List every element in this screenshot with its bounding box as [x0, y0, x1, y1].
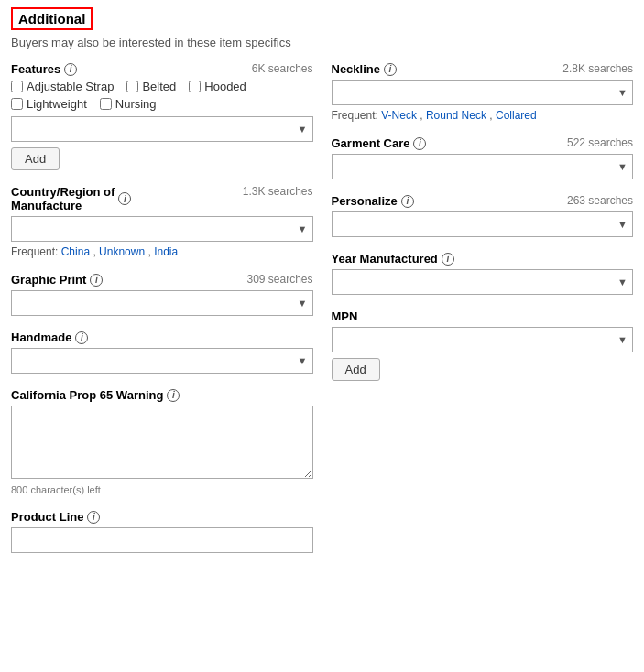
neckline-frequent-collared[interactable]: Collared: [496, 109, 537, 122]
graphic-print-field: Graphic Print i 309 searches ▼: [11, 273, 313, 316]
features-info-icon[interactable]: i: [64, 63, 77, 76]
ca-prop-textarea-wrapper: [11, 406, 313, 482]
country-frequent: Frequent: China , Unknown , India: [11, 245, 313, 258]
ca-prop-info-icon[interactable]: i: [167, 389, 180, 402]
ca-prop-label: California Prop 65 Warning: [11, 388, 163, 402]
graphic-print-info-icon[interactable]: i: [90, 274, 103, 287]
handmade-dropdown[interactable]: [11, 348, 313, 374]
ca-prop-char-count: 800 character(s) left: [11, 484, 313, 495]
neckline-search-count: 2.8K searches: [562, 62, 633, 75]
checkbox-nursing[interactable]: Nursing: [100, 97, 157, 111]
features-label: Features: [11, 62, 60, 76]
checkbox-belted[interactable]: Belted: [126, 80, 176, 93]
personalize-dropdown-wrapper: ▼: [332, 211, 634, 237]
personalize-info-icon[interactable]: i: [401, 195, 414, 208]
graphic-print-search-count: 309 searches: [246, 273, 312, 286]
features-add-button[interactable]: Add: [11, 147, 60, 170]
checkbox-nursing-input[interactable]: [100, 98, 112, 110]
year-manufactured-dropdown[interactable]: [332, 269, 634, 295]
ca-prop-field: California Prop 65 Warning i 800 charact…: [11, 388, 313, 495]
mpn-dropdown-wrapper: ▼: [332, 327, 634, 352]
year-manufactured-dropdown-wrapper: ▼: [332, 269, 634, 295]
neckline-dropdown[interactable]: [332, 80, 634, 105]
checkbox-lightweight-input[interactable]: [11, 98, 23, 110]
neckline-frequent: Frequent: V-Neck , Round Neck , Collared: [332, 109, 634, 122]
personalize-field: Personalize i 263 searches ▼: [332, 194, 634, 237]
country-label: Country/Region ofManufacture: [11, 185, 115, 212]
garment-care-search-count: 522 searches: [567, 136, 633, 149]
neckline-field: Neckline i 2.8K searches ▼ Frequent: V-N…: [332, 62, 634, 122]
neckline-frequent-vneck[interactable]: V-Neck: [381, 109, 417, 122]
checkbox-adjustable-strap-input[interactable]: [11, 81, 23, 92]
checkbox-hooded-input[interactable]: [189, 81, 201, 92]
country-frequent-unknown[interactable]: Unknown: [99, 245, 145, 258]
checkbox-lightweight[interactable]: Lightweight: [11, 97, 87, 111]
neckline-label: Neckline: [332, 62, 380, 76]
neckline-dropdown-wrapper: ▼: [332, 80, 634, 105]
checkbox-hooded[interactable]: Hooded: [189, 80, 246, 93]
mpn-field: MPN ▼ Add: [332, 309, 634, 381]
garment-care-info-icon[interactable]: i: [413, 137, 426, 150]
country-dropdown[interactable]: [11, 216, 313, 242]
garment-care-dropdown-wrapper: ▼: [332, 154, 634, 179]
personalize-label: Personalize: [332, 194, 398, 208]
country-frequent-india[interactable]: India: [154, 245, 178, 258]
year-manufactured-info-icon[interactable]: i: [442, 253, 454, 266]
neckline-info-icon[interactable]: i: [384, 63, 397, 76]
country-frequent-china[interactable]: China: [61, 245, 90, 258]
country-info-icon[interactable]: i: [118, 192, 131, 205]
year-manufactured-field: Year Manufactured i ▼: [332, 252, 634, 295]
personalize-dropdown[interactable]: [332, 211, 634, 237]
handmade-label: Handmade: [11, 331, 71, 344]
features-dropdown[interactable]: [11, 116, 313, 142]
garment-care-field: Garment Care i 522 searches ▼: [332, 136, 634, 179]
graphic-print-label: Graphic Print: [11, 273, 86, 287]
handmade-info-icon[interactable]: i: [75, 331, 88, 344]
product-line-info-icon[interactable]: i: [87, 511, 100, 524]
personalize-search-count: 263 searches: [567, 194, 633, 207]
section-subtitle: Buyers may also be interested in these i…: [11, 36, 633, 49]
ca-prop-textarea[interactable]: [11, 406, 313, 479]
graphic-print-dropdown[interactable]: [11, 290, 313, 316]
product-line-input[interactable]: [11, 527, 313, 553]
right-column: Neckline i 2.8K searches ▼ Frequent: V-N…: [332, 62, 634, 568]
graphic-print-dropdown-wrapper: ▼: [11, 290, 313, 316]
left-column: Features i 6K searches Adjustable Strap …: [11, 62, 313, 568]
checkbox-belted-input[interactable]: [126, 81, 138, 92]
year-manufactured-label: Year Manufactured: [332, 252, 438, 266]
mpn-add-button[interactable]: Add: [332, 358, 380, 381]
features-checkboxes: Adjustable Strap Belted Hooded Lightweig…: [11, 80, 313, 111]
mpn-dropdown[interactable]: [332, 327, 634, 352]
neckline-frequent-roundneck[interactable]: Round Neck: [426, 109, 486, 122]
handmade-dropdown-wrapper: ▼: [11, 348, 313, 374]
handmade-field: Handmade i ▼: [11, 331, 313, 374]
country-field: Country/Region ofManufacture i 1.3K sear…: [11, 185, 313, 258]
garment-care-dropdown[interactable]: [332, 154, 634, 179]
product-line-field: Product Line i: [11, 510, 313, 553]
features-dropdown-wrapper: ▼: [11, 116, 313, 142]
product-line-label: Product Line: [11, 510, 83, 524]
mpn-label: MPN: [332, 309, 358, 323]
section-title: Additional: [11, 7, 93, 30]
country-search-count: 1.3K searches: [243, 185, 313, 198]
garment-care-label: Garment Care: [332, 136, 410, 150]
checkbox-adjustable-strap[interactable]: Adjustable Strap: [11, 80, 114, 93]
country-dropdown-wrapper: ▼: [11, 216, 313, 242]
features-field: Features i 6K searches Adjustable Strap …: [11, 62, 313, 170]
features-search-count: 6K searches: [252, 62, 313, 75]
